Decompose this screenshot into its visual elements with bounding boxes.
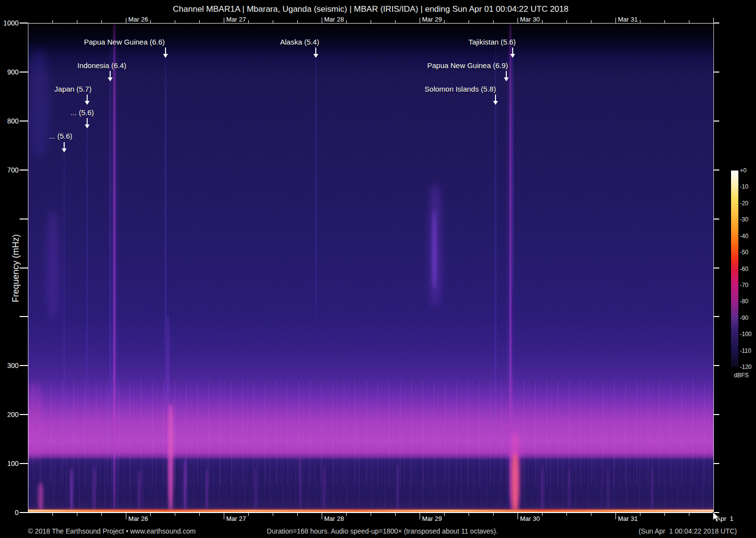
top-axis-tick [640,20,640,23]
colorbar-tick-label: -110 [740,347,751,354]
bottom-axis-date-label: Mar 27 [226,515,246,522]
bottom-axis-tick [101,513,102,516]
colorbar-tick-label: -100 [740,331,752,338]
top-axis-tick [591,20,591,23]
colorbar-tick-label: -10 [740,183,748,190]
y-tick-label: 700 [0,166,19,174]
arrow-head [108,77,113,81]
bottom-axis-tick [493,513,494,516]
arrow-stem [506,71,507,78]
bottom-axis-tick [248,513,249,516]
arrow-head [85,124,90,128]
colorbar-tick-label: +0 [740,167,747,174]
down-arrow-icon [510,48,515,58]
right-y-tick [713,170,719,171]
top-axis-tick [444,20,445,23]
arrow-stem [315,48,316,54]
down-arrow-icon [108,71,113,82]
bottom-axis-tick [615,513,616,519]
arrow-stem [64,142,65,149]
colorbar-tick-label: -60 [740,266,748,272]
right-y-tick [713,72,719,73]
bottom-axis-date-label: Mar 26 [128,515,148,522]
left-y-tick [20,268,28,269]
top-axis-tick [664,20,665,23]
down-arrow-icon [493,95,498,105]
page-title: Channel MBAR1A | Mbarara, Uganda (seismi… [28,4,713,14]
bottom-axis-tick [52,513,53,516]
left-y-tick [20,170,28,171]
bottom-axis-tick [371,513,371,516]
top-axis-tick [150,20,151,23]
colorbar-tick-label: -20 [740,200,748,207]
bottom-axis-tick [395,513,396,516]
event-label: Tajikistan (5.6) [469,38,516,46]
bottom-axis-date-label: Mar 29 [422,515,442,522]
top-axis-tick [689,20,689,23]
arrow-head [62,148,67,152]
bottom-axis-tick [567,513,567,516]
top-axis-tick [273,20,273,23]
top-axis-tick [101,20,102,23]
right-y-tick [713,316,719,317]
arrow-stem [165,48,166,54]
bottom-axis-tick [199,513,200,516]
left-y-tick [20,512,28,513]
arrow-head [504,77,509,81]
top-axis-date-label: Mar 29 [422,16,442,23]
top-axis-tick [567,20,567,23]
bottom-axis-date-label: Mar 28 [324,515,344,522]
top-axis-tick [346,20,347,23]
top-axis-tick [615,18,616,23]
top-axis-tick [248,20,249,23]
top-axis-tick [322,18,322,23]
bottom-axis-tick [689,513,689,516]
bottom-axis-tick [640,513,640,516]
bottom-axis-tick [444,513,445,516]
bottom-axis-date-label: Mar 30 [520,515,540,522]
arrow-head [313,54,318,58]
left-y-tick [20,121,28,122]
bottom-axis-tick [542,513,543,516]
y-tick-label: 100 [0,460,19,467]
right-y-tick [713,121,719,122]
arrow-stem [110,71,111,78]
y-tick-label: 300 [0,362,19,369]
right-y-tick [713,463,719,464]
top-axis-line [28,23,714,24]
arrow-stem [87,95,88,101]
spectrogram-screenshot: Channel MBAR1A | Mbarara, Uganda (seismi… [0,0,756,538]
event-label: Indonesia (6.4) [77,61,126,70]
arrow-stem [87,118,88,125]
bottom-axis-tick [518,513,518,519]
down-arrow-icon [163,48,168,58]
top-axis-tick [542,20,543,23]
y-tick-label: 200 [0,411,19,418]
event-label: ... (5.6) [49,132,72,140]
top-axis-date-label: Mar 31 [618,16,638,23]
colorbar-tick-label: -120 [740,364,752,370]
colorbar-tick-label: -90 [740,315,748,321]
bottom-axis-tick [420,513,420,519]
event-label: Japan (5.7) [54,85,92,93]
colorbar-tick-label: -50 [740,249,748,256]
event-label: Solomon Islands (5.8) [425,85,496,93]
event-label: Papua New Guinea (6.6) [84,38,165,46]
event-label: Alaska (5.4) [280,38,319,46]
top-axis-tick [126,18,126,23]
bottom-axis-tick [150,513,151,516]
arrow-stem [512,48,513,54]
left-y-tick [20,414,28,415]
right-y-tick [713,268,719,269]
colorbar-unit-label: dBFS [734,372,749,379]
down-arrow-icon [85,95,90,105]
bottom-axis-tick [469,513,469,516]
down-arrow-icon [504,71,509,82]
colorbar-tick-label: -30 [740,216,748,223]
colorbar-tick-label: -80 [740,298,748,305]
y-tick-label: 1000 [0,19,19,27]
left-y-tick [20,316,28,317]
bottom-axis-tick [77,513,77,516]
right-y-tick [713,219,719,220]
arrow-head [493,101,498,105]
